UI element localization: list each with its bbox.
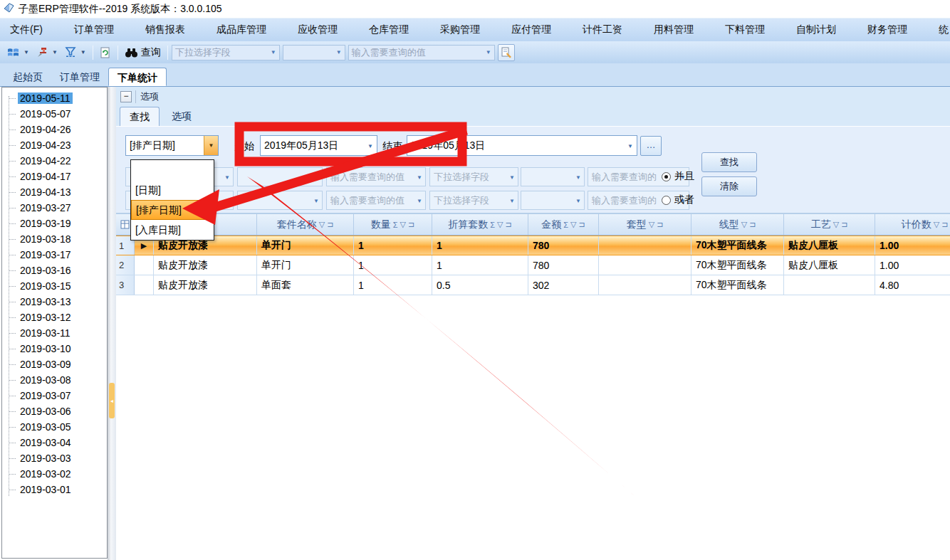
splitter-grip[interactable]: ◂ — [109, 383, 115, 418]
menu-item[interactable]: 自制计划 — [796, 23, 836, 36]
tree-item-date[interactable]: 2019-03-01 — [2, 482, 107, 497]
document-tab[interactable]: 下单统计 — [108, 68, 167, 86]
column-header-金额[interactable]: 金额Σ▽⊐ — [528, 214, 599, 235]
tree-item-date[interactable]: 2019-03-02 — [2, 466, 107, 482]
pin-icon[interactable]: ⊐ — [327, 220, 333, 229]
search-button[interactable]: 查找 — [701, 152, 757, 172]
column-header-计价数[interactable]: 计价数▽⊐ — [875, 214, 950, 235]
pin-icon[interactable] — [33, 46, 51, 59]
toolbar-value-combo[interactable]: 输入需要查询的值▼ — [348, 45, 495, 60]
filter-funnel-icon[interactable]: ▽ — [570, 220, 576, 229]
tree-item-date[interactable]: 2019-03-27 — [2, 200, 107, 216]
tab-options[interactable]: 选项 — [162, 107, 201, 126]
tree-item-date[interactable]: 2019-03-08 — [2, 372, 107, 388]
tree-item-date[interactable]: 2019-03-17 — [2, 247, 107, 263]
filter-combo[interactable]: ▼ — [521, 167, 585, 186]
filter-combo[interactable]: 输入需要查询的值▼ — [326, 167, 426, 186]
toolbar-field-combo[interactable]: 下拉选择字段▼ — [172, 45, 280, 60]
table-row[interactable]: 1▶贴皮开放漆单开门1178070木塑平面线条贴皮八厘板1.00 — [116, 236, 950, 255]
tree-item-date[interactable]: 2019-04-13 — [2, 184, 107, 200]
tree-item-date[interactable]: 2019-03-04 — [2, 435, 107, 450]
sigma-icon[interactable]: Σ — [490, 221, 495, 229]
tree-item-date[interactable]: 2019-05-11 — [2, 90, 107, 106]
filter-combo[interactable]: 下拉选择字段▼ — [429, 191, 518, 210]
table-row[interactable]: 2贴皮开放漆单开门1178070木塑平面线条贴皮八厘板1.00 — [116, 255, 950, 275]
column-header-数量[interactable]: 数量Σ▽⊐ — [354, 214, 432, 235]
tree-item-date[interactable]: 2019-03-03 — [2, 450, 107, 466]
menu-item[interactable]: 仓库管理 — [369, 23, 409, 36]
filter-funnel-icon[interactable]: ▽ — [319, 220, 325, 229]
tab-search[interactable]: 查找 — [120, 107, 160, 126]
filter-funnel-icon[interactable]: ▽ — [833, 220, 839, 229]
menu-item[interactable]: 应付管理 — [511, 23, 551, 36]
filter-dropdown[interactable]: ▼ — [80, 49, 86, 56]
filter-funnel-icon[interactable]: ▽ — [497, 220, 503, 229]
tree-item-date[interactable]: 2019-03-06 — [2, 403, 107, 419]
pin-icon[interactable]: ⊐ — [941, 220, 948, 229]
column-header-套件名称[interactable]: 套件名称▽⊐ — [257, 214, 354, 235]
tree-item-date[interactable]: 2019-03-19 — [2, 216, 107, 231]
tree-item-date[interactable]: 2019-03-18 — [2, 231, 107, 247]
menu-item[interactable]: 应收管理 — [298, 23, 338, 36]
column-header-套型[interactable]: 套型▽⊐ — [599, 214, 691, 235]
pin-icon[interactable]: ⊐ — [841, 220, 847, 229]
filter-icon[interactable] — [62, 46, 79, 59]
menu-item[interactable]: 用料管理 — [654, 23, 694, 36]
filter-funnel-icon[interactable]: ▽ — [934, 220, 939, 229]
tree-item-date[interactable]: 2019-04-23 — [2, 137, 107, 153]
tree-item-date[interactable]: 2019-04-22 — [2, 153, 107, 169]
window-menu-dropdown[interactable]: ▼ — [24, 49, 29, 56]
tree-item-date[interactable]: 2019-05-07 — [2, 106, 107, 122]
pin-icon[interactable]: ⊐ — [506, 220, 512, 229]
tree-item-date[interactable]: 2019-03-09 — [2, 356, 107, 372]
dropdown-option[interactable]: [排产日期] — [131, 200, 214, 220]
menu-item[interactable]: 销售报表 — [145, 23, 185, 36]
toolbar-operator-combo[interactable]: ▼ — [283, 45, 345, 60]
clear-button[interactable]: 清除 — [701, 176, 757, 196]
filter-combo[interactable]: ▼ — [237, 167, 323, 186]
menu-item[interactable]: 计件工资 — [583, 23, 622, 36]
filter-combo[interactable]: ▼ — [237, 191, 323, 210]
menu-item[interactable]: 文件(F) — [10, 23, 43, 36]
pin-icon[interactable]: ⊐ — [579, 220, 585, 229]
sigma-icon[interactable]: Σ — [563, 221, 568, 229]
tree-item-date[interactable]: 2019-03-11 — [2, 325, 107, 341]
sidebar-splitter[interactable]: ◂ — [108, 87, 116, 560]
tree-item-date[interactable]: 2019-03-15 — [2, 278, 107, 294]
column-header-工艺[interactable]: 工艺▽⊐ — [784, 214, 875, 235]
filter-funnel-icon[interactable]: ▽ — [741, 220, 747, 229]
document-tab[interactable]: 订单管理 — [51, 68, 108, 86]
start-date-combo[interactable]: 2019年05月13日 ▼ — [260, 135, 377, 156]
menu-item[interactable]: 下料管理 — [725, 23, 765, 36]
filter-funnel-icon[interactable]: ▽ — [400, 220, 406, 229]
date-field-combo[interactable]: [排产日期] ▼ — [125, 135, 219, 156]
tree-item-date[interactable]: 2019-03-12 — [2, 310, 107, 325]
radio-or[interactable] — [662, 196, 671, 205]
dropdown-option[interactable] — [131, 160, 214, 180]
filter-combo[interactable]: 输入需要查询的值▼ — [326, 191, 426, 210]
radio-and[interactable] — [662, 172, 671, 181]
table-row[interactable]: 3贴皮开放漆单面套10.530270木塑平面线条4.80 — [116, 275, 950, 295]
dropdown-option[interactable]: [日期] — [131, 180, 214, 200]
collapse-button[interactable]: − — [120, 91, 132, 102]
tree-item-date[interactable]: 2019-03-13 — [2, 294, 107, 310]
refresh-icon[interactable] — [97, 46, 114, 60]
more-options-button[interactable]: … — [640, 136, 662, 156]
pin-dropdown[interactable]: ▼ — [52, 49, 58, 56]
tree-item-date[interactable]: 2019-04-26 — [2, 122, 107, 137]
menu-item[interactable]: 财务管理 — [867, 23, 907, 36]
search-query-button[interactable]: 查询 — [122, 45, 164, 60]
pin-icon[interactable]: ⊐ — [749, 220, 756, 229]
advanced-search-icon[interactable] — [498, 44, 515, 61]
pin-icon[interactable]: ⊐ — [657, 220, 663, 229]
filter-combo[interactable]: 下拉选择字段▼ — [429, 167, 518, 186]
dropdown-option[interactable]: [入库日期] — [131, 220, 214, 240]
column-header-折算套数[interactable]: 折算套数Σ▽⊐ — [432, 214, 528, 235]
column-header-线型[interactable]: 线型▽⊐ — [691, 214, 784, 235]
filter-funnel-icon[interactable]: ▽ — [649, 220, 654, 229]
tree-item-date[interactable]: 2019-03-05 — [2, 419, 107, 435]
menu-item[interactable]: 成品库管理 — [216, 23, 266, 36]
pin-icon[interactable]: ⊐ — [408, 220, 414, 229]
sigma-icon[interactable]: Σ — [393, 221, 398, 229]
date-field-dropdown-button[interactable]: ▼ — [204, 136, 218, 155]
